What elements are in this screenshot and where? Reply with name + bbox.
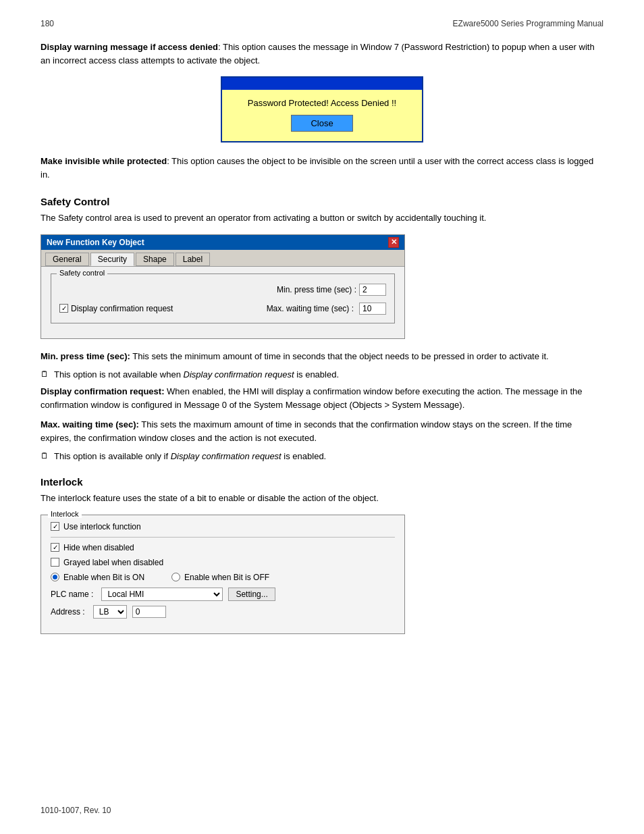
interlock-divider — [51, 537, 395, 538]
min-press-input[interactable] — [359, 284, 386, 296]
footer-revision: 1010-1007, Rev. 10 — [41, 806, 111, 815]
dialog-wrapper: New Function Key Object ✕ General Securi… — [41, 234, 603, 339]
address-value-input[interactable] — [132, 606, 166, 618]
interlock-heading: Interlock — [41, 476, 603, 488]
manual-title: EZware5000 Series Programming Manual — [453, 19, 603, 28]
max-wait-note: 🗒 This option is available only if Displ… — [41, 451, 603, 461]
min-press-note: 🗒 This option is not available when Disp… — [41, 369, 603, 380]
min-press-description: Min. press time (sec): This sets the min… — [41, 350, 603, 363]
warning-bold: Display warning message if access denied — [41, 42, 218, 52]
invisible-bold: Make invisible while protected — [41, 156, 167, 166]
safety-control-heading: Safety Control — [41, 196, 603, 207]
tab-security[interactable]: Security — [90, 253, 134, 266]
fieldset-legend: Safety control — [57, 269, 107, 277]
bit-options-row: Enable when Bit is ON Enable when Bit is… — [51, 573, 395, 582]
address-row: Address : LB — [51, 605, 395, 619]
function-key-dialog: New Function Key Object ✕ General Securi… — [41, 234, 405, 339]
setting-button[interactable]: Setting... — [228, 588, 275, 601]
enable-on-label: Enable when Bit is ON — [63, 573, 144, 582]
max-waiting-label: Max. waiting time (sec) : — [267, 304, 354, 313]
tab-general[interactable]: General — [45, 253, 89, 266]
use-interlock-checkbox[interactable]: ✓ — [51, 522, 59, 531]
hide-when-disabled-label: Hide when disabled — [63, 543, 134, 552]
grayed-label-label: Grayed label when disabled — [63, 558, 163, 567]
tab-shape[interactable]: Shape — [136, 253, 174, 266]
interlock-description: The interlock feature uses the state of … — [41, 492, 603, 505]
confirmation-checkbox-label[interactable]: ✓ Display confirmation request — [59, 304, 173, 313]
min-press-desc-body: This sets the minimum amount of time in … — [130, 351, 549, 361]
max-waiting-input[interactable] — [359, 303, 386, 315]
max-wait-bold: Max. waiting time (sec): — [41, 419, 139, 429]
max-wait-note-italic: Display confirmation request — [171, 451, 281, 461]
popup-container: Password Protected! Access Denied !! Clo… — [41, 76, 603, 142]
warning-message-paragraph: Display warning message if access denied… — [41, 41, 603, 67]
use-interlock-row: ✓ Use interlock function — [51, 522, 395, 531]
tab-label[interactable]: Label — [176, 253, 210, 266]
min-press-desc-bold: Min. press time (sec): — [41, 351, 130, 361]
page-header: 180 EZware5000 Series Programming Manual — [41, 19, 603, 28]
page-number: 180 — [41, 19, 54, 28]
enable-off-label: Enable when Bit is OFF — [184, 573, 269, 582]
popup-box: Password Protected! Access Denied !! Clo… — [221, 76, 423, 142]
interlock-dialog: Interlock ✓ Use interlock function ✓ Hid… — [41, 515, 405, 634]
interlock-legend: Interlock — [48, 510, 82, 518]
address-label: Address : — [51, 607, 85, 617]
confirmation-label-text: Display confirmation request — [71, 304, 173, 313]
enable-off-option[interactable]: Enable when Bit is OFF — [171, 573, 269, 582]
dialog-titlebar: New Function Key Object ✕ — [41, 235, 404, 250]
popup-close-button[interactable]: Close — [291, 115, 352, 132]
grayed-label-checkbox[interactable] — [51, 558, 59, 567]
use-interlock-label: Use interlock function — [63, 522, 141, 531]
max-wait-description: Max. waiting time (sec): This sets the m… — [41, 418, 603, 444]
enable-on-option[interactable]: Enable when Bit is ON — [51, 573, 144, 582]
note-icon-1: 🗒 — [41, 369, 49, 379]
min-press-note-italic: Display confirmation request — [184, 369, 294, 380]
plc-name-select[interactable]: Local HMI — [101, 588, 223, 601]
popup-content: Password Protected! Access Denied !! Clo… — [222, 90, 422, 141]
popup-titlebar — [222, 78, 422, 90]
hide-when-disabled-row: ✓ Hide when disabled — [51, 543, 395, 552]
popup-message: Password Protected! Access Denied !! — [233, 98, 411, 108]
dialog-close-button[interactable]: ✕ — [388, 237, 399, 248]
plc-name-row: PLC name : Local HMI Setting... — [51, 588, 395, 601]
grayed-label-row: Grayed label when disabled — [51, 558, 395, 567]
confirmation-row: ✓ Display confirmation request Max. wait… — [59, 303, 386, 315]
dialog-tabs: General Security Shape Label — [41, 250, 404, 267]
display-confirm-description: Display confirmation request: When enabl… — [41, 385, 603, 411]
address-type-select[interactable]: LB — [93, 605, 127, 619]
min-press-label: Min. press time (sec) : — [277, 285, 356, 294]
min-press-row: Min. press time (sec) : — [59, 280, 386, 296]
enable-off-radio[interactable] — [171, 573, 180, 581]
page-footer: 1010-1007, Rev. 10 — [41, 806, 111, 815]
enable-on-radio[interactable] — [51, 573, 59, 581]
min-press-note-text: This option is not available when Displa… — [54, 369, 339, 380]
confirmation-checkbox[interactable]: ✓ — [59, 304, 68, 313]
safety-control-description: The Safety control area is used to preve… — [41, 211, 603, 225]
note-icon-2: 🗒 — [41, 451, 49, 461]
hide-when-disabled-checkbox[interactable]: ✓ — [51, 543, 59, 552]
safety-control-fieldset: Safety control Min. press time (sec) : ✓… — [51, 273, 395, 323]
display-confirm-bold: Display confirmation request: — [41, 386, 164, 396]
invisible-paragraph: Make invisible while protected: This opt… — [41, 155, 603, 181]
dialog-title: New Function Key Object — [47, 238, 144, 247]
max-wait-note-text: This option is available only if Display… — [54, 451, 326, 461]
dialog-body: Safety control Min. press time (sec) : ✓… — [41, 267, 404, 338]
plc-name-label: PLC name : — [51, 590, 93, 599]
